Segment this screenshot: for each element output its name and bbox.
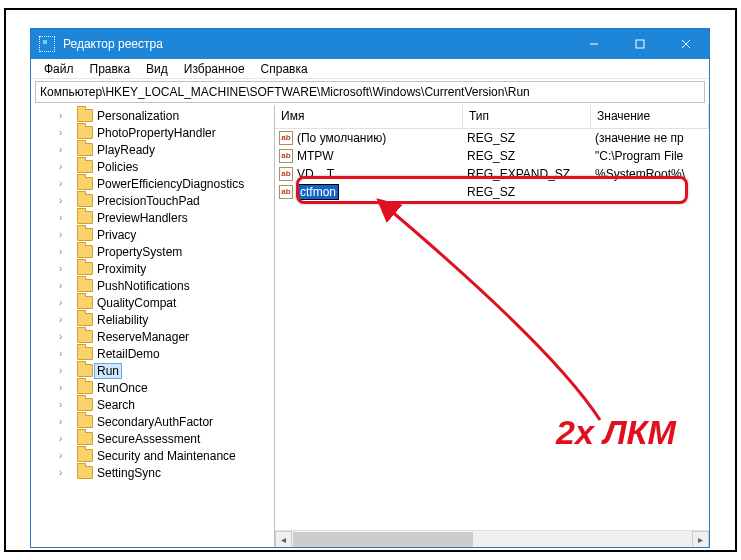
folder-icon bbox=[77, 194, 93, 207]
tree-item[interactable]: ›RunOnce bbox=[31, 379, 275, 396]
tree-item-label: PlayReady bbox=[97, 142, 155, 158]
tree-item[interactable]: ›PreviewHandlers bbox=[31, 209, 275, 226]
list-hscrollbar[interactable]: ◂ ▸ bbox=[275, 530, 709, 547]
tree-item[interactable]: ›PrecisionTouchPad bbox=[31, 192, 275, 209]
col-header-name[interactable]: Имя bbox=[275, 105, 463, 128]
list-row[interactable]: MTPWREG_SZ"C:\Program File bbox=[275, 147, 709, 165]
menu-file[interactable]: Файл bbox=[37, 60, 81, 78]
tree-item[interactable]: ›Security and Maintenance bbox=[31, 447, 275, 464]
list-row[interactable]: ctfmonREG_SZ bbox=[275, 183, 709, 201]
window-title: Редактор реестра bbox=[63, 37, 571, 51]
row-type: REG_EXPAND_SZ bbox=[463, 167, 591, 181]
chevron-right-icon[interactable]: › bbox=[59, 110, 71, 121]
chevron-right-icon[interactable]: › bbox=[59, 348, 71, 359]
row-type: REG_SZ bbox=[463, 149, 591, 163]
chevron-right-icon[interactable]: › bbox=[59, 127, 71, 138]
tree-item[interactable]: ›Search bbox=[31, 396, 275, 413]
chevron-right-icon[interactable]: › bbox=[59, 212, 71, 223]
tree-item[interactable]: ›Reliability bbox=[31, 311, 275, 328]
tree-item[interactable]: ›PlayReady bbox=[31, 141, 275, 158]
scroll-track[interactable] bbox=[292, 531, 692, 547]
tree-item[interactable]: ›SecondaryAuthFactor bbox=[31, 413, 275, 430]
tree-item[interactable]: ›SecureAssessment bbox=[31, 430, 275, 447]
col-header-value[interactable]: Значение bbox=[591, 105, 709, 128]
tree-item-label: PreviewHandlers bbox=[97, 210, 188, 226]
chevron-right-icon[interactable]: › bbox=[59, 433, 71, 444]
tree-item[interactable]: ›PushNotifications bbox=[31, 277, 275, 294]
chevron-right-icon[interactable]: › bbox=[59, 467, 71, 478]
chevron-right-icon[interactable]: › bbox=[59, 246, 71, 257]
tree-item-label: PropertySystem bbox=[97, 244, 182, 260]
chevron-right-icon[interactable]: › bbox=[59, 314, 71, 325]
menu-view[interactable]: Вид bbox=[139, 60, 175, 78]
tree-item[interactable]: ›Proximity bbox=[31, 260, 275, 277]
folder-icon bbox=[77, 415, 93, 428]
row-value: "C:\Program File bbox=[591, 149, 709, 163]
folder-icon bbox=[77, 211, 93, 224]
chevron-right-icon[interactable]: › bbox=[59, 161, 71, 172]
tree-item-label: SecondaryAuthFactor bbox=[97, 414, 213, 430]
folder-icon bbox=[77, 466, 93, 479]
chevron-right-icon[interactable]: › bbox=[59, 195, 71, 206]
value-list[interactable]: Имя Тип Значение (По умолчанию)REG_SZ(зн… bbox=[275, 105, 709, 547]
tree-item[interactable]: ›Run bbox=[31, 362, 275, 379]
menu-edit[interactable]: Правка bbox=[83, 60, 138, 78]
chevron-right-icon[interactable]: › bbox=[59, 416, 71, 427]
svg-rect-1 bbox=[636, 40, 644, 48]
chevron-right-icon[interactable]: › bbox=[59, 382, 71, 393]
menu-help[interactable]: Справка bbox=[254, 60, 315, 78]
tree-item[interactable]: ›RetailDemo bbox=[31, 345, 275, 362]
tree-item[interactable]: ›PowerEfficiencyDiagnostics bbox=[31, 175, 275, 192]
list-row[interactable]: VD... TREG_EXPAND_SZ%SystemRoot%\ bbox=[275, 165, 709, 183]
tree-item[interactable]: ›PropertySystem bbox=[31, 243, 275, 260]
regedit-icon bbox=[39, 36, 55, 52]
list-body[interactable]: (По умолчанию)REG_SZ(значение не прMTPWR… bbox=[275, 129, 709, 530]
chevron-right-icon[interactable]: › bbox=[59, 331, 71, 342]
folder-icon bbox=[77, 364, 93, 377]
folder-icon bbox=[77, 279, 93, 292]
tree-item[interactable]: ›PhotoPropertyHandler bbox=[31, 124, 275, 141]
row-name: ctfmon bbox=[297, 184, 339, 200]
tree-item[interactable]: ›SettingSync bbox=[31, 464, 275, 481]
registry-tree[interactable]: ›Personalization›PhotoPropertyHandler›Pl… bbox=[31, 105, 275, 547]
tree-item[interactable]: ›Privacy bbox=[31, 226, 275, 243]
maximize-button[interactable] bbox=[617, 29, 663, 59]
registry-string-icon bbox=[279, 185, 293, 199]
folder-icon bbox=[77, 449, 93, 462]
chevron-right-icon[interactable]: › bbox=[59, 144, 71, 155]
chevron-right-icon[interactable]: › bbox=[59, 229, 71, 240]
tree-item-label: SettingSync bbox=[97, 465, 161, 481]
tree-item-label: Privacy bbox=[97, 227, 136, 243]
close-button[interactable] bbox=[663, 29, 709, 59]
chevron-right-icon[interactable]: › bbox=[59, 365, 71, 376]
list-header[interactable]: Имя Тип Значение bbox=[275, 105, 709, 129]
col-header-type[interactable]: Тип bbox=[463, 105, 591, 128]
tree-item[interactable]: ›Personalization bbox=[31, 107, 275, 124]
tree-item-label: Policies bbox=[97, 159, 138, 175]
chevron-right-icon[interactable]: › bbox=[59, 450, 71, 461]
row-type: REG_SZ bbox=[463, 185, 591, 199]
tree-item-label: PhotoPropertyHandler bbox=[97, 125, 216, 141]
folder-icon bbox=[77, 381, 93, 394]
address-bar[interactable]: Компьютер\HKEY_LOCAL_MACHINE\SOFTWARE\Mi… bbox=[35, 81, 705, 103]
minimize-button[interactable] bbox=[571, 29, 617, 59]
chevron-right-icon[interactable]: › bbox=[59, 399, 71, 410]
scroll-left-button[interactable]: ◂ bbox=[275, 531, 292, 547]
chevron-right-icon[interactable]: › bbox=[59, 263, 71, 274]
chevron-right-icon[interactable]: › bbox=[59, 280, 71, 291]
row-name: VD... T bbox=[297, 167, 334, 181]
menu-favorites[interactable]: Избранное bbox=[177, 60, 252, 78]
list-row[interactable]: (По умолчанию)REG_SZ(значение не пр bbox=[275, 129, 709, 147]
tree-item[interactable]: ›Policies bbox=[31, 158, 275, 175]
registry-string-icon bbox=[279, 131, 293, 145]
chevron-right-icon[interactable]: › bbox=[59, 297, 71, 308]
tree-item-label: RetailDemo bbox=[97, 346, 160, 362]
chevron-right-icon[interactable]: › bbox=[59, 178, 71, 189]
scroll-right-button[interactable]: ▸ bbox=[692, 531, 709, 547]
scroll-thumb[interactable] bbox=[293, 532, 473, 547]
titlebar[interactable]: Редактор реестра bbox=[31, 29, 709, 59]
folder-icon bbox=[77, 228, 93, 241]
tree-item[interactable]: ›ReserveManager bbox=[31, 328, 275, 345]
tree-item[interactable]: ›QualityCompat bbox=[31, 294, 275, 311]
row-type: REG_SZ bbox=[463, 131, 591, 145]
